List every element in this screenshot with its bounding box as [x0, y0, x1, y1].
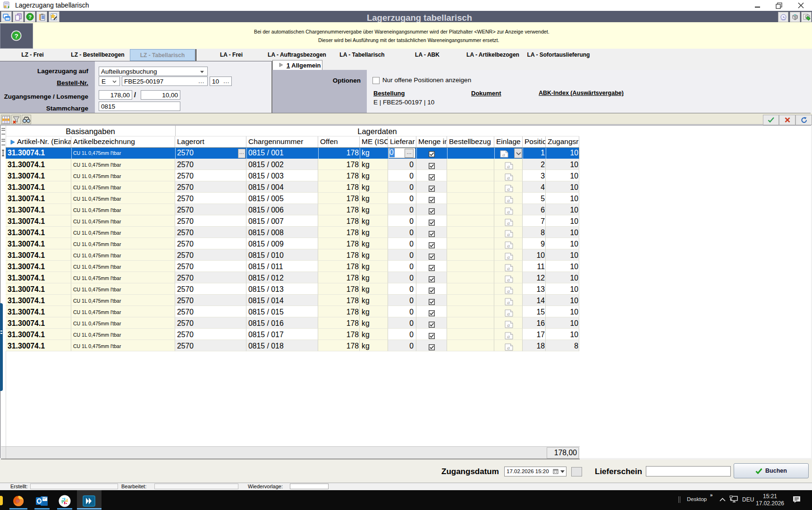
svg-text:?: ? [14, 33, 18, 40]
svg-text:a: a [507, 276, 510, 282]
svg-text:a: a [507, 163, 510, 169]
svg-text:a: a [507, 310, 510, 316]
svg-text:a: a [507, 220, 510, 225]
svg-text:a: a [507, 333, 510, 339]
svg-text:a: a [507, 174, 510, 180]
svg-text:a: a [507, 197, 510, 203]
svg-text:a: a [502, 151, 505, 157]
svg-text:a: a [507, 322, 510, 327]
svg-text:a: a [507, 288, 510, 293]
svg-text:a: a [507, 265, 510, 271]
svg-text:?: ? [28, 14, 32, 20]
svg-text:a: a [507, 299, 510, 305]
svg-text:a: a [507, 186, 510, 191]
svg-text:a: a [507, 231, 510, 237]
svg-text:a: a [507, 242, 510, 248]
svg-text:a: a [507, 254, 510, 259]
svg-text:a: a [507, 344, 510, 350]
svg-text:a: a [507, 208, 510, 214]
